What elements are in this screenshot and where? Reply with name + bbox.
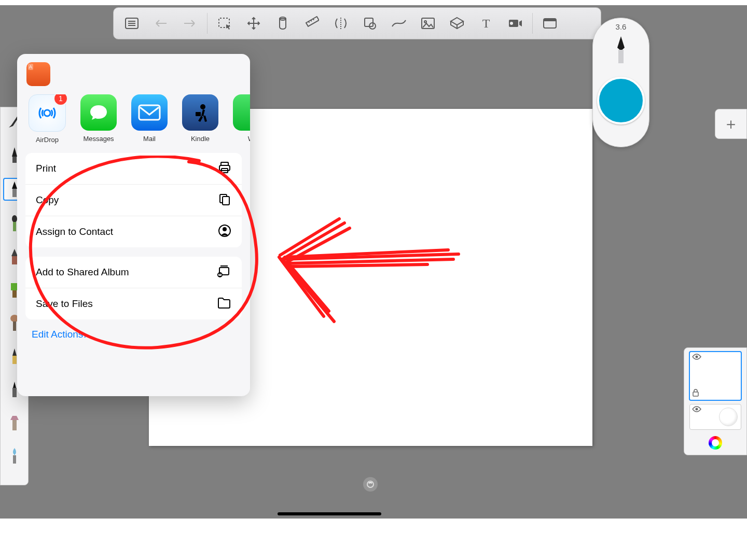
toolbar-symmetry-button[interactable]	[328, 11, 354, 35]
svg-rect-26	[13, 222, 16, 231]
print-icon	[218, 161, 231, 177]
svg-point-41	[44, 110, 50, 116]
toolbar-separator	[207, 13, 208, 34]
share-app-label: AirDrop	[36, 136, 59, 144]
svg-rect-22	[544, 19, 556, 21]
action-label: Print	[36, 163, 56, 174]
share-sheet-header: A	[17, 54, 250, 94]
toolbar-text-button[interactable]: T	[473, 11, 499, 35]
toolbar-fullscreen-button[interactable]	[537, 11, 563, 35]
toolbar-list-button[interactable]	[119, 11, 145, 35]
background-color-icon	[719, 408, 738, 426]
share-action-copy[interactable]: Copy	[25, 185, 242, 216]
next-app-icon	[233, 94, 250, 131]
toolbar-timelapse-button[interactable]	[502, 11, 528, 35]
svg-point-37	[696, 356, 698, 358]
svg-rect-23	[12, 157, 17, 163]
svg-point-39	[696, 408, 698, 411]
share-action-print[interactable]: Print	[25, 153, 242, 185]
layer-1[interactable]	[689, 351, 742, 401]
toolbar-select-button[interactable]	[212, 11, 238, 35]
svg-point-20	[510, 22, 513, 25]
edit-actions-link[interactable]: Edit Actions…	[32, 329, 250, 340]
add-layer-button[interactable]: ＋	[715, 109, 747, 139]
share-app-airdrop[interactable]: 1 AirDrop	[29, 94, 66, 144]
svg-point-43	[200, 104, 205, 109]
svg-rect-33	[12, 388, 17, 397]
svg-rect-27	[12, 256, 17, 264]
lock-icon[interactable]	[692, 388, 699, 399]
share-app-more[interactable]: W	[233, 94, 250, 144]
contact-icon	[218, 224, 231, 240]
svg-point-16	[424, 21, 426, 23]
toolbar-transform-button[interactable]	[241, 11, 267, 35]
current-color-swatch[interactable]	[597, 77, 645, 124]
brush-size-label: 3.6	[616, 22, 627, 31]
top-toolbar: T	[113, 7, 601, 39]
toolbar-undo-button[interactable]	[148, 11, 174, 35]
kindle-icon	[182, 94, 218, 131]
svg-rect-8	[306, 17, 319, 26]
color-picker-button[interactable]	[709, 436, 722, 450]
pen-nib-icon	[613, 34, 629, 67]
folder-icon	[217, 297, 231, 312]
share-action-group-2: Add to Shared Album Save to Files	[25, 257, 242, 319]
toolbar-redo-button[interactable]	[177, 11, 203, 35]
svg-rect-49	[223, 197, 229, 205]
svg-point-25	[12, 215, 17, 222]
mail-icon	[131, 94, 168, 131]
brush-tool-11[interactable]	[4, 445, 25, 466]
svg-point-55	[219, 273, 221, 274]
share-app-kindle[interactable]: Kindle	[182, 94, 218, 144]
action-label: Copy	[36, 194, 59, 206]
visibility-icon[interactable]	[692, 353, 701, 362]
toolbar-ruler-button[interactable]	[299, 11, 325, 35]
share-app-label: Mail	[143, 135, 156, 143]
share-app-label: Kindle	[191, 135, 210, 143]
action-label: Add to Shared Album	[36, 267, 129, 278]
plus-icon: ＋	[723, 114, 739, 135]
toolbar-image-button[interactable]	[415, 11, 441, 35]
source-app-icon: A	[26, 62, 50, 86]
svg-rect-29	[12, 290, 17, 298]
action-label: Save to Files	[36, 298, 93, 310]
toolbar-stroke-button[interactable]	[386, 11, 412, 35]
share-app-mail[interactable]: Mail	[131, 94, 168, 144]
share-action-group-1: Print Copy Assign to Contact	[25, 153, 242, 247]
svg-rect-35	[13, 455, 16, 464]
bottom-handle[interactable]	[363, 477, 378, 492]
svg-rect-34	[12, 420, 17, 430]
share-app-label: Messages	[83, 135, 114, 143]
share-app-row: 1 AirDrop Messages Mail Kindle	[17, 94, 250, 144]
layers-panel	[684, 347, 747, 455]
action-label: Assign to Contact	[36, 226, 113, 237]
share-sheet: A 1 AirDrop Messages Mail Kindle	[17, 54, 250, 396]
svg-rect-32	[12, 356, 17, 364]
layer-background[interactable]	[689, 404, 741, 430]
messages-icon	[80, 94, 117, 131]
toolbar-perspective-button[interactable]	[444, 11, 470, 35]
svg-rect-24	[12, 189, 17, 197]
visibility-icon[interactable]	[692, 405, 701, 415]
copy-icon	[218, 192, 231, 208]
svg-point-51	[223, 227, 227, 231]
svg-rect-36	[618, 50, 624, 63]
toolbar-shape-button[interactable]	[357, 11, 383, 35]
letterbox-top	[0, 0, 747, 5]
share-app-label: W	[248, 135, 250, 143]
svg-rect-31	[13, 321, 16, 331]
share-app-messages[interactable]: Messages	[80, 94, 117, 144]
brush-puck[interactable]: 3.6	[592, 18, 649, 147]
toolbar-fill-button[interactable]	[270, 11, 296, 35]
svg-rect-38	[693, 392, 698, 396]
letterbox-bottom	[0, 519, 747, 560]
svg-rect-42	[139, 105, 160, 120]
svg-rect-13	[365, 18, 373, 26]
share-action-save-files[interactable]: Save to Files	[25, 288, 242, 319]
brush-tool-10[interactable]	[4, 412, 25, 433]
home-indicator	[278, 512, 381, 515]
share-action-shared-album[interactable]: Add to Shared Album	[25, 257, 242, 288]
share-action-assign-contact[interactable]: Assign to Contact	[25, 216, 242, 247]
svg-text:T: T	[482, 17, 490, 30]
toolbar-separator	[532, 13, 533, 34]
